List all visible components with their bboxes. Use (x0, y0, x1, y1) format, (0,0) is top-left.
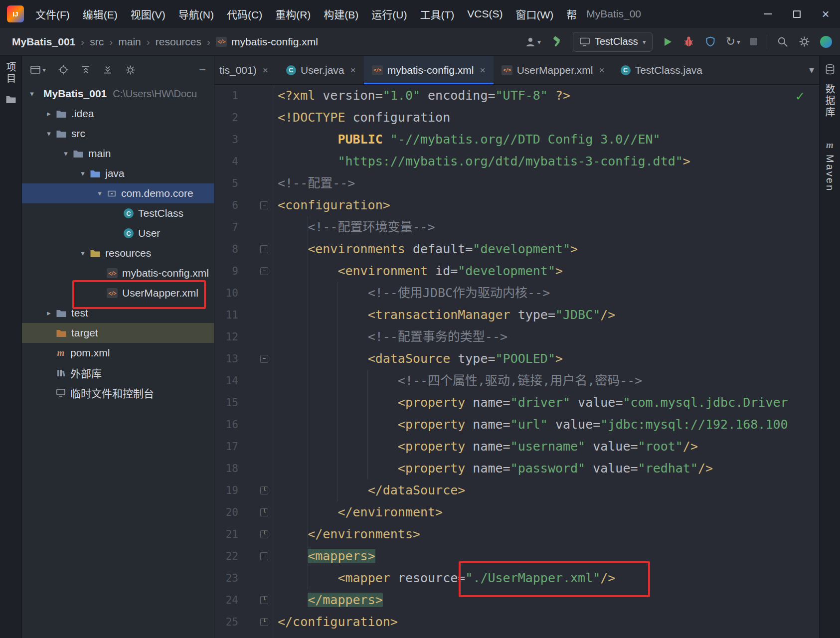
minimize-button[interactable] (753, 0, 782, 28)
code-line-23[interactable]: <mapper resource="./UserMapper.xml"/> (278, 567, 819, 589)
code-line-4[interactable]: "https://mybatis.org/dtd/mybatis-3-confi… (278, 151, 819, 172)
close-tab-icon[interactable]: × (350, 65, 356, 76)
line-number[interactable]: 10 (214, 282, 238, 304)
code-line-8[interactable]: <environments default="development"> (278, 238, 819, 260)
line-number[interactable]: 4 (214, 151, 238, 172)
tab-usermapper-xml[interactable]: </>UserMapper.xml× (494, 56, 613, 84)
tab-mybatis-config-xml[interactable]: </>mybatis-config.xml× (364, 56, 494, 84)
code-line-18[interactable]: <property name="password" value="redhat"… (278, 458, 819, 479)
chevron-down-icon[interactable]: ▾ (76, 169, 90, 178)
chevron-right-icon[interactable]: ▸ (42, 109, 56, 118)
chevron-down-icon[interactable]: ▾ (25, 89, 39, 98)
menu-window[interactable]: 窗口(W) (509, 0, 560, 28)
fold-marker-icon[interactable]: − (260, 245, 268, 253)
line-number[interactable]: 3 (214, 129, 238, 151)
debug-button[interactable] (682, 35, 695, 48)
code-line-24[interactable]: </mappers> (278, 589, 819, 611)
close-button[interactable]: × (811, 0, 840, 28)
code-line-22[interactable]: <mappers> (278, 545, 819, 567)
rerun-button[interactable]: ↻ ▾ (726, 36, 740, 47)
breadcrumb-mybatis-001[interactable]: MyBatis_001 (12, 36, 75, 48)
code-line-15[interactable]: <property name="driver" value="com.mysql… (278, 392, 819, 414)
line-number[interactable]: 13 (214, 348, 238, 370)
line-number[interactable]: 1 (214, 85, 238, 107)
tree-item-java[interactable]: ▾java (22, 163, 214, 183)
code-line-11[interactable]: <transactionManager type="JDBC"/> (278, 304, 819, 326)
line-number[interactable]: 20 (214, 501, 238, 523)
line-number[interactable]: 11 (214, 304, 238, 326)
menu-refactor[interactable]: 重构(R) (269, 0, 317, 28)
tree-item-src[interactable]: ▾src (22, 124, 214, 144)
menu-vcs[interactable]: VCS(S) (461, 0, 509, 28)
project-tool-button[interactable]: 项目 (3, 62, 18, 85)
line-number[interactable]: 8 (214, 238, 238, 260)
code-line-20[interactable]: </environment> (278, 501, 819, 523)
panel-settings-button[interactable] (125, 64, 136, 76)
code-line-19[interactable]: </dataSource> (278, 479, 819, 501)
menu-navigate[interactable]: 导航(N) (172, 0, 220, 28)
close-tab-icon[interactable]: × (480, 65, 486, 76)
tree-item-main[interactable]: ▾main (22, 144, 214, 163)
search-everywhere-button[interactable] (777, 36, 789, 48)
tree-item-resources[interactable]: ▾resources (22, 243, 214, 263)
settings-button[interactable] (798, 35, 811, 48)
inspections-ok-icon[interactable]: ✓ (796, 88, 804, 104)
code-line-1[interactable]: <?xml version="1.0" encoding="UTF-8" ?> (278, 85, 819, 107)
tree-item-mybatis-001[interactable]: ▾MyBatis_001C:\Users\HW\Docu (22, 84, 214, 104)
line-number[interactable]: 19 (214, 479, 238, 501)
code-area[interactable]: <?xml version="1.0" encoding="UTF-8" ?><… (278, 85, 819, 638)
menu-view[interactable]: 视图(V) (124, 0, 172, 28)
line-number[interactable]: 22 (214, 545, 238, 567)
fold-marker-icon[interactable]: − (260, 355, 268, 363)
fold-marker-icon[interactable]: └ (260, 486, 268, 494)
tree-item-row-15[interactable]: 临时文件和控制台 (22, 383, 214, 403)
maximize-button[interactable] (782, 0, 811, 28)
code-line-17[interactable]: <property name="username" value="root"/> (278, 436, 819, 458)
tree-item-row-14[interactable]: 外部库 (22, 363, 214, 383)
run-button[interactable] (662, 36, 673, 47)
tabs-overflow-chevron-icon[interactable]: ▾ (809, 64, 814, 76)
tab-testclass-java[interactable]: CTestClass.java (613, 56, 710, 84)
stop-button[interactable] (750, 38, 757, 45)
line-number[interactable]: 2 (214, 107, 238, 129)
line-number[interactable]: 6 (214, 194, 238, 216)
chevron-down-icon[interactable]: ▾ (93, 189, 107, 198)
breadcrumb-main[interactable]: main (118, 36, 141, 48)
tree-item-testclass[interactable]: CTestClass (22, 203, 214, 223)
view-mode-button[interactable]: ▾ (30, 65, 46, 75)
line-number[interactable]: 5 (214, 172, 238, 194)
menu-file[interactable]: 文件(F) (29, 0, 76, 28)
line-number[interactable]: 17 (214, 436, 238, 458)
line-number[interactable]: 15 (214, 392, 238, 414)
folder-tool-button[interactable] (5, 95, 16, 106)
code-line-5[interactable]: <!--配置--> (278, 172, 819, 194)
maven-tool-button[interactable]: m Maven (824, 140, 836, 192)
line-number[interactable]: 24 (214, 589, 238, 611)
close-tab-icon[interactable]: × (599, 65, 605, 76)
chevron-down-icon[interactable]: ▾ (76, 249, 90, 258)
hide-panel-button[interactable]: − (199, 63, 206, 77)
line-number[interactable]: 12 (214, 326, 238, 348)
run-config-select[interactable]: TestClass ▾ (573, 32, 653, 52)
menu-help[interactable]: 帮 (560, 0, 583, 28)
database-tool-button[interactable]: 数据库 (823, 64, 837, 118)
fold-marker-icon[interactable]: − (260, 267, 268, 275)
fold-marker-icon[interactable]: └ (260, 596, 268, 604)
code-line-25[interactable]: </configuration> (278, 611, 819, 633)
menu-build[interactable]: 构建(B) (317, 0, 365, 28)
code-line-12[interactable]: <!--配置事务的类型--> (278, 326, 819, 348)
tree-item-com-demo-core[interactable]: ▾com.demo.core (22, 183, 214, 203)
line-number[interactable]: 23 (214, 567, 238, 589)
chevron-down-icon[interactable]: ▾ (59, 149, 73, 158)
tree-item-user[interactable]: CUser (22, 223, 214, 243)
line-number[interactable]: 25 (214, 611, 238, 633)
build-button[interactable] (550, 35, 563, 48)
menu-tools[interactable]: 工具(T) (413, 0, 461, 28)
code-line-6[interactable]: <configuration> (278, 194, 819, 216)
coverage-button[interactable] (704, 36, 716, 48)
fold-marker-icon[interactable]: └ (260, 508, 268, 516)
menu-run[interactable]: 运行(U) (365, 0, 413, 28)
menu-code[interactable]: 代码(C) (220, 0, 269, 28)
breadcrumb-resources[interactable]: resources (156, 36, 201, 48)
ide-status-button[interactable] (820, 36, 832, 48)
